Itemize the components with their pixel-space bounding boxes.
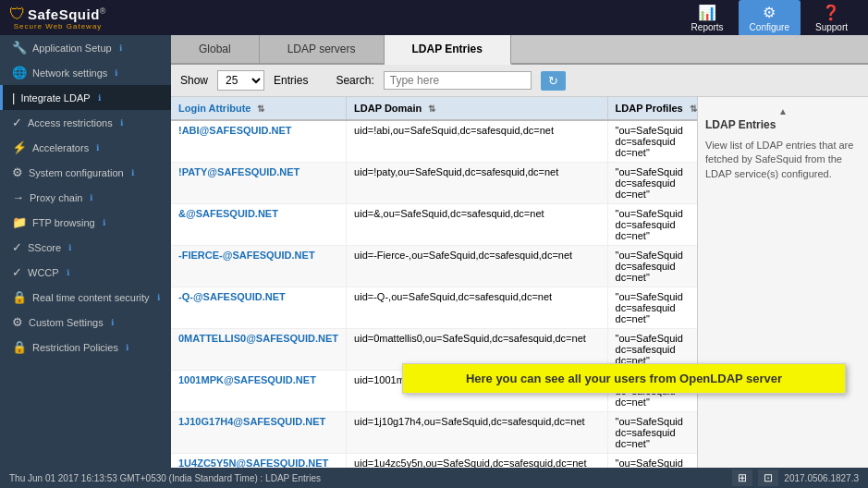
scroll-up-button[interactable]: ▲	[705, 104, 861, 118]
sidebar-item-integrate-ldap[interactable]: | Integrate LDAP ℹ	[0, 85, 171, 110]
reports-icon: 📊	[698, 4, 716, 21]
header-nav: 📊 Reports ⚙ Configure ❓ Support	[680, 0, 859, 36]
access-icon: ✓	[12, 116, 22, 129]
info-dot: ℹ	[126, 343, 128, 352]
table-row: !ABI@SAFESQUID.NETuid=!abi,ou=SafeSquid,…	[171, 120, 697, 163]
search-input[interactable]	[384, 71, 532, 90]
right-panel-description: View list of LDAP entries that are fetch…	[705, 139, 861, 181]
configure-button[interactable]: ⚙ Configure	[739, 0, 801, 36]
cell-login: -FIERCE-@SAFESQUID.NET	[171, 246, 347, 287]
controls-bar: Show 25 50 100 Entries Search: ↻	[171, 65, 868, 97]
proxy-chain-icon: →	[12, 190, 24, 204]
restriction-icon: 🔒	[12, 340, 27, 354]
logo-tagline: Secure Web Gateway	[9, 22, 106, 30]
cell-ldap: uid=!abi,ou=SafeSquid,dc=safesquid,dc=ne…	[347, 120, 607, 163]
cell-profiles: "ou=SafeSquid dc=safesquid dc=net"	[607, 120, 697, 163]
sidebar-item-wccp[interactable]: ✓ WCCP ℹ	[0, 260, 171, 285]
cell-login: &@SAFESQUID.NET	[171, 204, 347, 246]
main-layout: 🔧 Application Setup ℹ 🌐 Network settings…	[0, 35, 868, 468]
info-dot: ℹ	[131, 168, 134, 177]
sidebar-item-label: Custom Settings	[29, 317, 104, 328]
sidebar-item-accelerators[interactable]: ⚡ Accelerators ℹ	[0, 135, 171, 160]
cell-login: !ABI@SAFESQUID.NET	[171, 120, 347, 163]
sidebar-item-label: Proxy chain	[30, 192, 82, 203]
status-icon-btn-2[interactable]: ⊡	[758, 470, 778, 486]
col-header-ldap: LDAP Domain ⇅	[347, 97, 607, 120]
cell-login: 0MATTELLIS0@SAFESQUID.NET	[171, 329, 347, 371]
sort-icon-ldap[interactable]: ⇅	[428, 104, 435, 114]
sidebar-item-label: SScore	[28, 242, 61, 253]
sidebar-item-label: Integrate LDAP	[20, 92, 90, 104]
sidebar-item-label: Access restrictions	[28, 117, 113, 128]
show-select[interactable]: 25 50 100	[217, 70, 264, 91]
table-row: -Q-@SAFESQUID.NETuid=-Q-,ou=SafeSquid,dc…	[171, 287, 697, 329]
configure-label: Configure	[750, 22, 789, 32]
sidebar-item-label: WCCP	[28, 267, 59, 278]
sidebar-item-rtcs[interactable]: 🔒 Real time content security ℹ	[0, 285, 171, 310]
sscore-icon: ✓	[12, 240, 22, 254]
header: 🛡 SafeSquid® Secure Web Gateway 📊 Report…	[0, 0, 868, 35]
sidebar-item-label: Real time content security	[32, 292, 150, 303]
table-row: -FIERCE-@SAFESQUID.NETuid=-Fierce-,ou=Sa…	[171, 246, 697, 287]
sidebar-item-sscore[interactable]: ✓ SScore ℹ	[0, 235, 171, 260]
status-icon-btn-1[interactable]: ⊞	[732, 470, 752, 486]
logo-name: SafeSquid®	[28, 6, 106, 22]
cell-login: 1001MPK@SAFESQUID.NET	[171, 371, 347, 412]
cell-profiles: "ou=SafeSquid dc=safesquid dc=net"	[607, 454, 697, 469]
right-panel: ▲ LDAP Entries View list of LDAP entries…	[697, 97, 868, 468]
info-dot: ℹ	[111, 318, 114, 327]
sort-icon-profiles[interactable]: ⇅	[690, 104, 697, 114]
cell-login: 1U4ZC5Y5N@SAFESQUID.NET	[171, 454, 347, 469]
search-label: Search:	[336, 74, 373, 87]
reports-label: Reports	[691, 22, 724, 32]
configure-icon: ⚙	[763, 4, 776, 21]
support-icon: ❓	[822, 4, 840, 21]
status-right: ⊞ ⊡ 2017.0506.1827.3	[732, 470, 859, 486]
info-dot: ℹ	[90, 193, 92, 202]
right-panel-title: LDAP Entries	[705, 118, 861, 131]
info-dot: ℹ	[119, 43, 122, 53]
rtcs-icon: 🔒	[12, 290, 27, 304]
ftp-icon: 📁	[12, 215, 27, 229]
sidebar-item-proxy-chain[interactable]: → Proxy chain ℹ	[0, 185, 171, 210]
tab-global[interactable]: Global	[171, 35, 260, 63]
sidebar-item-custom[interactable]: ⚙ Custom Settings ℹ	[0, 310, 171, 335]
ldap-entries-table: Login Attribute ⇅ LDAP Domain ⇅ LDAP Pro…	[171, 97, 697, 468]
tooltip-text: Here you can see all your users from Ope…	[466, 372, 782, 385]
info-dot: ℹ	[68, 243, 71, 252]
support-button[interactable]: ❓ Support	[804, 0, 859, 36]
tab-ldap-entries[interactable]: LDAP Entries	[385, 35, 511, 65]
info-dot: ℹ	[120, 118, 123, 128]
cell-ldap: uid=1j10g17h4,ou=SafeSquid,dc=safesquid,…	[347, 412, 607, 454]
app-setup-icon: 🔧	[12, 41, 27, 55]
content-area: Global LDAP servers LDAP Entries Show 25…	[171, 35, 868, 468]
sidebar-item-system-config[interactable]: ⚙ System configuration ℹ	[0, 160, 171, 185]
tabs: Global LDAP servers LDAP Entries	[171, 35, 868, 65]
table-body: !ABI@SAFESQUID.NETuid=!abi,ou=SafeSquid,…	[171, 120, 697, 468]
sort-icon-login[interactable]: ⇅	[257, 104, 264, 114]
info-dot: ℹ	[96, 143, 99, 152]
accelerators-icon: ⚡	[12, 140, 27, 154]
reports-button[interactable]: 📊 Reports	[680, 0, 735, 36]
sidebar-item-label: Accelerators	[32, 142, 89, 153]
shield-icon: 🛡	[9, 5, 26, 24]
sidebar-item-network[interactable]: 🌐 Network settings ℹ	[0, 60, 171, 85]
cell-profiles: "ou=SafeSquid dc=safesquid dc=net"	[607, 412, 697, 454]
sidebar-item-label: Restriction Policies	[32, 342, 118, 353]
cell-profiles: "ou=SafeSquid dc=safesquid dc=net"	[607, 246, 697, 287]
col-header-login: Login Attribute ⇅	[171, 97, 347, 120]
info-dot: ℹ	[67, 268, 69, 277]
cell-ldap: uid=-Fierce-,ou=SafeSquid,dc=safesquid,d…	[347, 246, 607, 287]
sidebar-item-app-setup[interactable]: 🔧 Application Setup ℹ	[0, 35, 171, 60]
ldap-icon: |	[12, 91, 15, 104]
tab-ldap-servers[interactable]: LDAP servers	[260, 35, 385, 63]
sidebar-item-ftp[interactable]: 📁 FTP browsing ℹ	[0, 210, 171, 235]
refresh-button[interactable]: ↻	[541, 71, 566, 91]
table-row: 1J10G17H4@SAFESQUID.NETuid=1j10g17h4,ou=…	[171, 412, 697, 454]
show-label: Show	[180, 74, 208, 87]
sidebar: 🔧 Application Setup ℹ 🌐 Network settings…	[0, 35, 171, 468]
sidebar-item-restriction[interactable]: 🔒 Restriction Policies ℹ	[0, 335, 171, 360]
cell-profiles: "ou=SafeSquid dc=safesquid dc=net"	[607, 204, 697, 246]
table-row: !PATY@SAFESQUID.NETuid=!paty,ou=SafeSqui…	[171, 163, 697, 204]
sidebar-item-access[interactable]: ✓ Access restrictions ℹ	[0, 110, 171, 135]
